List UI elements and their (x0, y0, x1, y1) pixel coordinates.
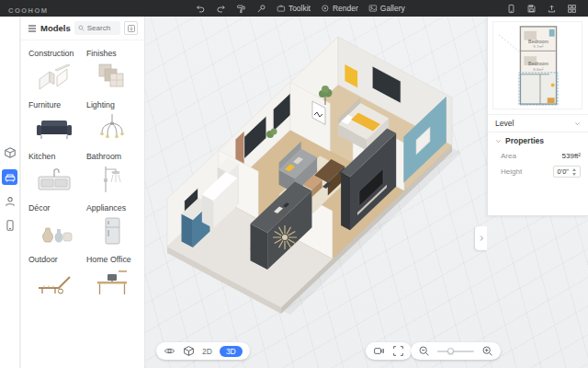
app-logo: COOHOM (8, 6, 49, 15)
device-preview-icon[interactable] (506, 4, 516, 14)
construction-thumbnail (28, 61, 79, 92)
zoom-slider-handle[interactable] (447, 348, 454, 354)
category-construction[interactable]: Construction (28, 49, 79, 92)
hamburger-menu-icon[interactable] (28, 24, 37, 33)
top-bar-center: Toolkit Render Gallery (196, 4, 405, 14)
category-bathroom[interactable]: Bathroom (86, 152, 137, 195)
search-box[interactable] (74, 21, 120, 35)
furniture-thumbnail (28, 112, 79, 144)
category-outdoor[interactable]: Outdoor (28, 255, 79, 298)
render-label: Render (333, 4, 358, 13)
height-label: Height (501, 167, 522, 176)
mobile-app-icon[interactable] (3, 218, 17, 233)
category-grid: Construction Finishes Furniture Lighting (21, 40, 144, 306)
properties-panel: Bedroom 9.7m² Bedroom 8.8m² Level Proper… (487, 17, 588, 216)
perspective-cube-icon[interactable] (183, 345, 195, 357)
app-window: COOHOM Toolkit Render (0, 0, 588, 368)
publish-icon[interactable] (547, 4, 557, 14)
zoom-in-icon[interactable] (481, 345, 493, 357)
import-model-icon[interactable] (124, 21, 138, 35)
left-tool-rail (0, 17, 20, 368)
minimap-room-2-area: 8.8m² (533, 67, 544, 72)
minimap-room-1-area: 9.7m² (533, 44, 544, 49)
toolkit-button[interactable]: Toolkit (277, 4, 311, 13)
models-panel-header: Models (21, 17, 144, 40)
gallery-button[interactable]: Gallery (368, 4, 405, 13)
zoom-slider[interactable] (437, 345, 474, 357)
category-appliances[interactable]: Appliances (86, 203, 137, 247)
height-input[interactable]: 0'0" (553, 166, 581, 178)
area-value: 539ft² (562, 152, 581, 160)
area-row: Area 539ft² (488, 149, 588, 163)
zoom-bar (411, 342, 501, 360)
category-furniture[interactable]: Furniture (28, 100, 79, 144)
zoom-out-icon[interactable] (418, 345, 430, 357)
outdoor-thumbnail (28, 267, 79, 298)
category-decor[interactable]: Décor (28, 203, 79, 247)
decor-thumbnail (28, 215, 79, 247)
appliances-thumbnail (86, 215, 137, 247)
category-kitchen[interactable]: Kitchen (28, 152, 79, 195)
search-input[interactable] (87, 24, 117, 32)
category-finishes[interactable]: Finishes (86, 49, 137, 92)
apps-grid-icon[interactable] (567, 4, 577, 14)
bathroom-thumbnail (86, 164, 137, 195)
models-library-icon[interactable] (2, 169, 17, 185)
area-label: Area (501, 152, 516, 160)
fit-screen-icon[interactable] (392, 345, 404, 357)
panel-collapse-toggle[interactable] (475, 226, 487, 250)
home-office-thumbnail (86, 267, 137, 298)
category-home-office[interactable]: Home Office (86, 255, 137, 298)
kitchen-thumbnail (28, 164, 79, 195)
materials-cube-icon[interactable] (3, 145, 17, 160)
height-value: 0'0" (558, 167, 569, 176)
category-lighting[interactable]: Lighting (86, 100, 137, 144)
render-button[interactable]: Render (321, 4, 358, 13)
chevron-down-icon (574, 121, 581, 127)
mode-2d-button[interactable]: 2D (202, 347, 212, 356)
save-icon[interactable] (526, 4, 537, 14)
finishes-thumbnail (86, 61, 137, 92)
visibility-eye-icon[interactable] (164, 345, 175, 357)
camera-bar (366, 342, 412, 360)
mode-3d-button[interactable]: 3D (220, 346, 243, 357)
zoom-slider-track (437, 351, 474, 352)
panel-title: Models (40, 23, 71, 33)
minimap-room-2-name: Bedroom (528, 61, 548, 66)
view-mode-bar: 2D 3D (156, 342, 250, 360)
properties-label: Properties (505, 136, 544, 145)
toolkit-label: Toolkit (288, 4, 311, 13)
redo-icon[interactable] (216, 4, 226, 14)
level-label: Level (495, 119, 514, 128)
minimap-room-1-name: Bedroom (528, 39, 548, 44)
undo-icon[interactable] (196, 4, 206, 14)
top-bar-left: COOHOM (0, 0, 138, 17)
caret-down-icon (495, 138, 502, 144)
account-icon[interactable] (3, 194, 17, 209)
height-stepper[interactable] (572, 168, 576, 176)
properties-section-header[interactable]: Properties (488, 132, 588, 149)
floorplan-minimap[interactable]: Bedroom 9.7m² Bedroom 8.8m² (492, 21, 582, 109)
walkthrough-camera-icon[interactable] (373, 345, 385, 357)
lighting-thumbnail (86, 112, 137, 144)
models-panel: Models Construction Finishes (21, 17, 145, 368)
wrench-icon[interactable] (256, 4, 266, 14)
chevron-right-icon (478, 235, 485, 242)
top-bar: COOHOM Toolkit Render (0, 0, 588, 17)
search-icon (78, 25, 85, 31)
top-bar-right (506, 4, 588, 14)
level-selector[interactable]: Level (488, 114, 588, 132)
gallery-label: Gallery (380, 4, 405, 13)
height-row: Height 0'0" (488, 163, 588, 180)
paint-roller-icon[interactable] (236, 4, 246, 14)
